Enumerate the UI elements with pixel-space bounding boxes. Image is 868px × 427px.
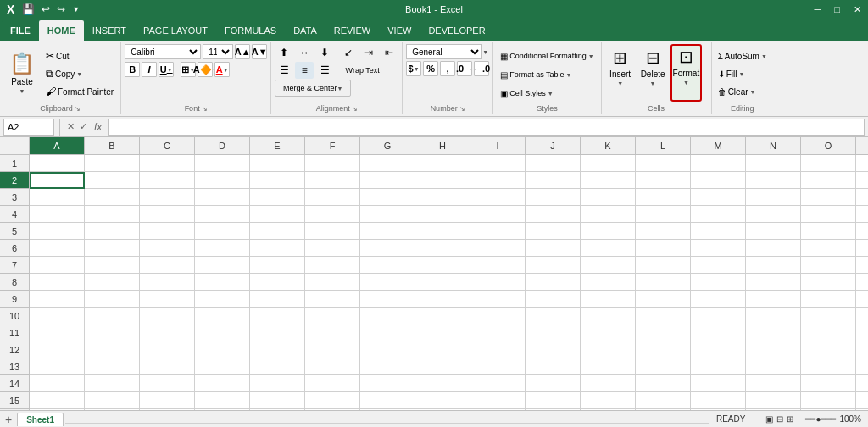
- increase-font-button[interactable]: A▲: [235, 44, 250, 59]
- insert-button[interactable]: ⊞ Insert ▼: [605, 44, 636, 102]
- cell-A1[interactable]: [30, 155, 85, 172]
- decrease-font-button[interactable]: A▼: [252, 44, 267, 59]
- view-normal-button[interactable]: ▣: [765, 414, 773, 424]
- cell-F4[interactable]: [305, 206, 360, 223]
- align-center-button[interactable]: ≡: [295, 62, 314, 79]
- minimize-button[interactable]: ─: [808, 0, 828, 19]
- tab-file[interactable]: FILE: [2, 20, 39, 41]
- tab-home[interactable]: HOME: [39, 20, 84, 41]
- cell-N1[interactable]: [746, 155, 801, 172]
- col-header-A[interactable]: A: [30, 137, 85, 154]
- col-header-P[interactable]: P: [856, 137, 868, 154]
- cell-O3[interactable]: [801, 189, 856, 206]
- add-sheet-button[interactable]: +: [0, 413, 17, 426]
- cell-E4[interactable]: [250, 206, 305, 223]
- cell-B2[interactable]: [85, 172, 140, 189]
- cell-J2[interactable]: [526, 172, 581, 189]
- cell-C3[interactable]: [140, 189, 195, 206]
- cell-E3[interactable]: [250, 189, 305, 206]
- merge-center-button[interactable]: Merge & Center ▼: [275, 80, 351, 97]
- row-header-3[interactable]: 3: [0, 189, 30, 206]
- cell-A4[interactable]: [30, 206, 85, 223]
- save-qat-button[interactable]: 💾: [19, 3, 37, 16]
- col-header-H[interactable]: H: [415, 137, 470, 154]
- row-header-15[interactable]: 15: [0, 392, 30, 409]
- cell-styles-button[interactable]: ▣ Cell Styles ▼: [497, 85, 556, 102]
- font-expand-icon[interactable]: ↘: [202, 105, 208, 113]
- col-header-B[interactable]: B: [85, 137, 140, 154]
- cell-N2[interactable]: [746, 172, 801, 189]
- italic-button[interactable]: I: [142, 62, 157, 77]
- cell-M4[interactable]: [691, 206, 746, 223]
- row-header-10[interactable]: 10: [0, 308, 30, 324]
- copy-button[interactable]: ⧉ Copy ▼: [42, 65, 117, 82]
- col-header-G[interactable]: G: [360, 137, 415, 154]
- cell-A3[interactable]: [30, 189, 85, 206]
- cell-K2[interactable]: [581, 172, 636, 189]
- confirm-formula-button[interactable]: ✓: [78, 121, 89, 132]
- row-header-6[interactable]: 6: [0, 240, 30, 257]
- view-page-break-button[interactable]: ⊞: [787, 414, 793, 424]
- cell-F3[interactable]: [305, 189, 360, 206]
- row-header-8[interactable]: 8: [0, 274, 30, 291]
- row-header-7[interactable]: 7: [0, 257, 30, 274]
- cell-L4[interactable]: [636, 206, 691, 223]
- cell-H3[interactable]: [415, 189, 470, 206]
- cell-L3[interactable]: [636, 189, 691, 206]
- align-top-button[interactable]: ⬆: [275, 44, 293, 61]
- cell-P1[interactable]: [856, 155, 868, 172]
- font-name-select[interactable]: Calibri: [125, 44, 201, 59]
- cell-F2[interactable]: [305, 172, 360, 189]
- tab-page-layout[interactable]: PAGE LAYOUT: [135, 20, 216, 41]
- cell-H1[interactable]: [415, 155, 470, 172]
- cell-J1[interactable]: [526, 155, 581, 172]
- number-format-select[interactable]: General: [406, 44, 482, 59]
- row-header-13[interactable]: 13: [0, 358, 30, 375]
- comma-button[interactable]: ,: [440, 61, 455, 76]
- row-header-2[interactable]: 2: [0, 172, 30, 189]
- indent-decrease-button[interactable]: ⇤: [380, 44, 398, 61]
- cell-F1[interactable]: [305, 155, 360, 172]
- col-header-O[interactable]: O: [801, 137, 856, 154]
- cancel-formula-button[interactable]: ✕: [65, 121, 76, 132]
- indent-increase-button[interactable]: ⇥: [359, 44, 378, 61]
- bold-button[interactable]: B: [125, 62, 140, 77]
- cell-J4[interactable]: [526, 206, 581, 223]
- col-header-L[interactable]: L: [636, 137, 691, 154]
- tab-formulas[interactable]: FORMULAS: [216, 20, 285, 41]
- tab-data[interactable]: DATA: [285, 20, 326, 41]
- cell-D2[interactable]: [195, 172, 250, 189]
- row-header-14[interactable]: 14: [0, 375, 30, 392]
- cell-G4[interactable]: [360, 206, 415, 223]
- wrap-text-button[interactable]: Wrap Text: [339, 62, 386, 79]
- row-header-12[interactable]: 12: [0, 341, 30, 358]
- col-header-E[interactable]: E: [250, 137, 305, 154]
- cell-K1[interactable]: [581, 155, 636, 172]
- col-header-C[interactable]: C: [140, 137, 195, 154]
- col-header-J[interactable]: J: [526, 137, 581, 154]
- cell-E1[interactable]: [250, 155, 305, 172]
- cell-C1[interactable]: [140, 155, 195, 172]
- format-painter-button[interactable]: 🖌 Format Painter: [42, 83, 117, 100]
- tab-view[interactable]: VIEW: [379, 20, 420, 41]
- cell-G1[interactable]: [360, 155, 415, 172]
- cell-P3[interactable]: [856, 189, 868, 206]
- cell-E2[interactable]: [250, 172, 305, 189]
- text-direction-button[interactable]: ↙: [339, 44, 358, 61]
- cell-H4[interactable]: [415, 206, 470, 223]
- cell-A2[interactable]: [30, 172, 85, 189]
- clipboard-expand-icon[interactable]: ↘: [75, 105, 81, 113]
- cell-H2[interactable]: [415, 172, 470, 189]
- cell-G3[interactable]: [360, 189, 415, 206]
- name-box[interactable]: A2: [3, 119, 54, 136]
- tab-insert[interactable]: INSERT: [84, 20, 135, 41]
- close-button[interactable]: ✕: [847, 0, 868, 19]
- cell-K4[interactable]: [581, 206, 636, 223]
- row-header-11[interactable]: 11: [0, 324, 30, 341]
- fill-color-button[interactable]: A🔶▼: [198, 62, 213, 77]
- row-header-1[interactable]: 1: [0, 155, 30, 172]
- font-color-button[interactable]: A▼: [214, 62, 230, 77]
- cell-D3[interactable]: [195, 189, 250, 206]
- col-header-M[interactable]: M: [691, 137, 746, 154]
- customize-qat-button[interactable]: ▼: [70, 4, 82, 14]
